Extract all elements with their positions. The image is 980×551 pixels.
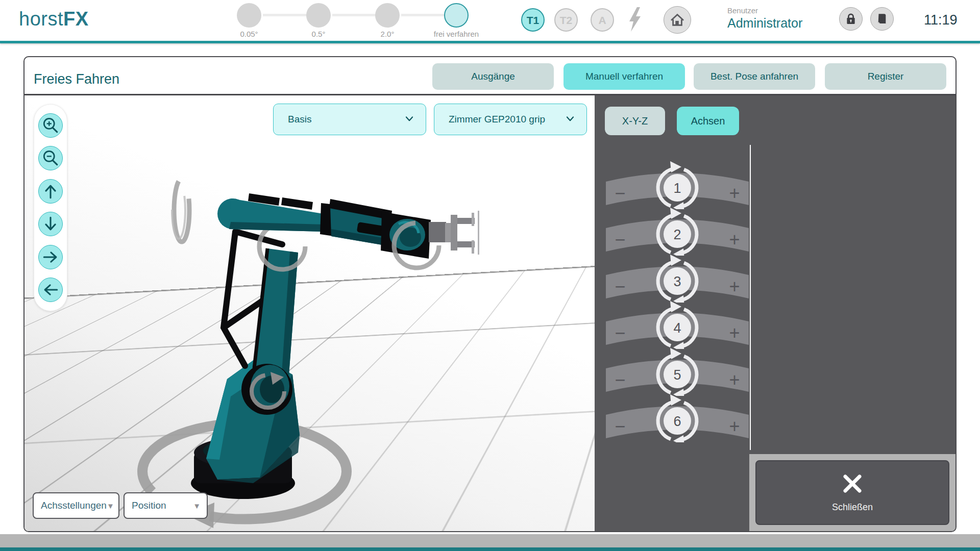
tab-register[interactable]: Register <box>825 63 946 90</box>
step-connector <box>332 14 376 16</box>
position-label: Position <box>132 500 193 511</box>
svg-text:−: − <box>615 322 625 343</box>
lock-icon <box>844 12 857 26</box>
zoom-in-button[interactable] <box>38 113 63 138</box>
axis-4-plus-button[interactable]: + <box>729 322 740 343</box>
pan-down-button[interactable] <box>38 212 63 236</box>
lock-button[interactable] <box>839 7 863 31</box>
close-area: Schließen <box>749 454 955 531</box>
step-label: 0.5° <box>283 30 354 38</box>
axis-number: 5 <box>673 367 681 383</box>
axis-5-plus-button[interactable]: + <box>729 369 740 390</box>
robot-3d-viewport[interactable]: Basis Zimmer GEP2010 grip Achsstellungen… <box>24 95 595 531</box>
zoom-out-icon <box>40 148 61 168</box>
step-2-0[interactable] <box>375 3 400 28</box>
mode-t2-button[interactable]: T2 <box>554 8 578 32</box>
zoom-in-icon <box>40 115 61 136</box>
axis-number: 6 <box>673 414 681 429</box>
home-button[interactable] <box>664 6 691 34</box>
horstfx-screen: horstFX 0.05° 0.5° 2.0° frei verfahren T… <box>0 0 980 551</box>
pan-left-button[interactable] <box>38 278 63 302</box>
axis-4-minus-button[interactable]: − <box>615 322 625 343</box>
triangle-down-icon: ▼ <box>193 502 201 510</box>
axis-5-minus-button[interactable]: − <box>615 369 625 390</box>
axis-3-plus-button[interactable]: + <box>729 276 740 297</box>
svg-text:−: − <box>615 369 625 390</box>
step-0-05[interactable] <box>237 3 261 28</box>
axis-3-minus-button[interactable]: − <box>615 276 625 297</box>
main-panel: Freies Fahren Ausgänge Manuell verfahren… <box>23 56 957 532</box>
axis-2-minus-button[interactable]: − <box>615 229 625 250</box>
chevron-down-icon <box>403 113 415 126</box>
achsstellungen-label: Achsstellungen <box>41 500 107 511</box>
app-logo: horstFX <box>19 8 89 30</box>
axis-3-control: − + 3 <box>601 252 754 303</box>
axis-1-control: − + 1 <box>601 158 754 209</box>
svg-text:+: + <box>729 229 740 250</box>
step-0-5[interactable] <box>306 3 331 28</box>
jog-panel: X-Y-Z Achsen − + 1 − + <box>595 95 955 531</box>
axis-1-minus-button[interactable]: − <box>615 183 625 204</box>
rotate-arrow-icon <box>673 435 684 442</box>
frame-select[interactable]: Basis <box>273 104 426 135</box>
axis-6-plus-button[interactable]: + <box>729 416 740 437</box>
logo-bold: FX <box>63 8 89 30</box>
arrow-left-icon <box>40 280 61 300</box>
user-name: Administrator <box>727 16 802 31</box>
tool-select-value: Zimmer GEP2010 grip <box>449 114 564 125</box>
close-button[interactable]: Schließen <box>755 460 949 525</box>
axis-6-minus-button[interactable]: − <box>615 416 625 437</box>
axis-5-control: − + 5 <box>601 345 754 396</box>
achsstellungen-dropdown[interactable]: Achsstellungen ▼ <box>33 492 119 519</box>
logo-thin: horst <box>19 8 63 30</box>
step-label: 2.0° <box>352 30 423 38</box>
page-title: Freies Fahren <box>34 71 119 87</box>
mode-a-button[interactable]: A <box>591 8 614 32</box>
arrow-up-icon <box>40 181 61 202</box>
svg-text:+: + <box>729 322 740 343</box>
rotate-arrow-icon <box>670 208 681 219</box>
tab-ausgaenge[interactable]: Ausgänge <box>432 63 554 90</box>
close-label: Schließen <box>832 502 873 513</box>
jog-tab-xyz[interactable]: X-Y-Z <box>605 107 665 135</box>
tab-manuell-verfahren[interactable]: Manuell verfahren <box>564 63 685 90</box>
user-block[interactable]: Benutzer Administrator <box>727 6 802 31</box>
axis-number: 1 <box>673 181 681 196</box>
axis-1-plus-button[interactable]: + <box>729 183 740 204</box>
jog-tab-achsen[interactable]: Achsen <box>677 107 739 135</box>
mode-t1-button[interactable]: T1 <box>521 8 545 32</box>
arrow-down-icon <box>40 214 61 234</box>
axis-number: 4 <box>673 320 681 336</box>
rotate-arrow-icon <box>670 301 681 312</box>
rotate-arrow-icon <box>670 255 681 266</box>
manual-button[interactable] <box>870 7 894 31</box>
topbar-accent-line <box>0 41 980 43</box>
svg-text:+: + <box>729 276 740 297</box>
power-lightning-icon[interactable] <box>625 6 645 36</box>
pan-up-button[interactable] <box>38 179 63 204</box>
robot-arm-illustration <box>24 95 595 531</box>
home-icon <box>670 13 685 27</box>
close-icon <box>841 472 864 497</box>
zoom-out-button[interactable] <box>38 146 63 170</box>
arrow-right-icon <box>40 247 61 267</box>
step-label: frei verfahren <box>421 30 492 38</box>
step-connector <box>263 14 307 16</box>
axis-4-control: − + 4 <box>601 298 754 349</box>
step-frei-verfahren[interactable] <box>444 3 469 28</box>
svg-text:−: − <box>615 416 625 437</box>
topbar: horstFX 0.05° 0.5° 2.0° frei verfahren T… <box>0 0 980 41</box>
pan-right-button[interactable] <box>38 245 63 269</box>
axis-2-plus-button[interactable]: + <box>729 229 740 250</box>
rotate-arrow-icon <box>670 394 681 406</box>
clock: 11:19 <box>924 12 958 28</box>
position-dropdown[interactable]: Position ▼ <box>124 492 208 519</box>
rotate-arrow-icon <box>670 348 681 359</box>
bottom-gray-strip <box>0 534 980 547</box>
axis-number: 2 <box>673 227 681 242</box>
tool-select[interactable]: Zimmer GEP2010 grip <box>434 104 587 135</box>
tab-best-pose-anfahren[interactable]: Best. Pose anfahren <box>694 63 815 90</box>
svg-text:−: − <box>615 183 625 204</box>
bottom-accent-line <box>0 547 980 551</box>
frame-select-value: Basis <box>288 114 403 125</box>
